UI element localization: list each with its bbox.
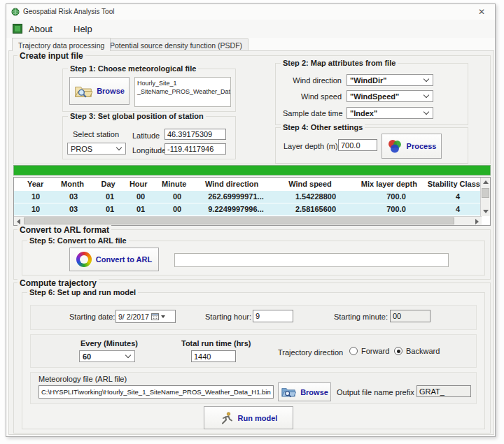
step4-title: Step 4: Other settings <box>281 123 365 131</box>
step1-title: Step 1: Choose meteorological file <box>68 64 198 73</box>
table-horizontal-scrollbar[interactable] <box>14 216 482 225</box>
met-file-display[interactable]: Hourly_Site_1 _SiteName_PROS_Weather_Dat… <box>134 77 231 107</box>
station-select[interactable]: PROS <box>67 143 126 155</box>
folder-search-icon <box>74 84 92 99</box>
latitude-label: Latitude <box>132 131 160 140</box>
tab-psdf[interactable]: Potential source density function (PSDF) <box>104 38 248 51</box>
scroll-down-icon[interactable] <box>483 210 489 213</box>
process-icon <box>387 138 402 154</box>
wind-speed-label: Wind speed <box>283 92 342 101</box>
progress-fill <box>14 166 490 175</box>
color-ring-icon <box>76 252 92 267</box>
scroll-up-icon[interactable] <box>483 180 489 184</box>
starting-date-value: 9/ 2/2017 <box>118 313 149 321</box>
convert-to-arl-button[interactable]: Convert to ARL <box>69 248 159 271</box>
backward-label: Backward <box>406 347 440 355</box>
step6-title: Step 6: Set up and run model <box>27 288 138 296</box>
menu-about[interactable]: About <box>26 22 55 36</box>
dropdown-arrow-icon <box>161 315 165 318</box>
starting-hour-field[interactable] <box>253 310 293 322</box>
radio-selected-icon <box>394 347 402 355</box>
col-stability-class: Stability Class <box>428 178 480 191</box>
folder-search-icon <box>281 386 296 398</box>
step3-title: Step 3: Set global position of station <box>68 112 206 120</box>
col-wind-speed: Wind speed <box>270 178 351 191</box>
starting-date-picker[interactable]: 9/ 2/2017 <box>115 310 176 323</box>
vscroll-thumb[interactable] <box>482 188 489 198</box>
runner-icon <box>220 411 234 425</box>
app-window: Geospatial Risk Analysis Tool ✕ About He… <box>6 3 496 437</box>
tab-trajectory-data-processing[interactable]: Trajectory data processing <box>12 38 111 51</box>
starting-minute-field[interactable] <box>390 310 430 322</box>
radio-icon <box>349 347 358 355</box>
create-input-file-title: Create input file <box>18 51 85 61</box>
chevron-down-icon <box>125 352 131 358</box>
met-file-line1: Hourly_Site_1 <box>137 79 228 87</box>
app-icon <box>11 8 20 16</box>
table-header-row: Year Month Day Hour Minute Wind directio… <box>14 178 480 191</box>
menu-help[interactable]: Help <box>71 22 95 36</box>
output-prefix-field[interactable] <box>416 385 471 397</box>
starting-date-label: Starting date: <box>69 313 115 321</box>
wind-direction-label: Wind direction <box>283 76 342 85</box>
wind-direction-select[interactable]: "WindDir" <box>346 74 433 86</box>
met-arl-file-field[interactable] <box>38 385 274 399</box>
every-minutes-select[interactable]: 60 <box>79 350 135 362</box>
browse-label: Browse <box>97 87 125 95</box>
met-arl-file-label: Meteorology file (ARL file) <box>38 375 127 383</box>
browse-arl-button[interactable]: Browse <box>278 382 331 401</box>
run-model-button[interactable]: Run model <box>204 406 293 429</box>
tab-strip: Trajectory data processing Potential sou… <box>6 38 495 51</box>
starting-hour-label: Starting hour: <box>205 313 251 321</box>
forward-radio[interactable]: Forward <box>349 347 389 355</box>
longitude-label: Longitude <box>132 146 166 155</box>
trajectory-direction-label: Trajectory direction <box>278 348 343 357</box>
backward-radio[interactable]: Backward <box>394 347 440 355</box>
table-row[interactable]: 10 03 01 01 00 9.2249997996... 2.5816560… <box>14 203 480 216</box>
col-year: Year <box>20 178 51 191</box>
wind-speed-select[interactable]: "WindSpeed" <box>346 90 433 102</box>
step5-title: Step 5: Convert to ARL file <box>27 236 129 245</box>
forward-label: Forward <box>361 347 389 355</box>
starting-minute-label: Starting minute: <box>334 313 388 321</box>
process-label: Process <box>407 142 437 150</box>
total-run-time-field[interactable] <box>191 350 236 362</box>
layer-depth-label: Layer depth (m) <box>284 142 338 150</box>
chevron-down-icon <box>116 145 122 150</box>
chevron-down-icon <box>424 109 429 115</box>
col-day: Day <box>94 178 122 191</box>
window-title: Geospatial Risk Analysis Tool <box>23 8 114 15</box>
screen: Geospatial Risk Analysis Tool ✕ About He… <box>0 0 504 444</box>
input-file-progressbar <box>13 165 491 176</box>
table-row[interactable]: 10 03 01 00 00 262.69999971... 1.5422880… <box>14 191 480 203</box>
run-model-label: Run model <box>238 414 278 422</box>
process-button[interactable]: Process <box>382 134 442 159</box>
chevron-down-icon <box>424 76 429 82</box>
hscroll-thumb[interactable] <box>24 217 454 224</box>
latitude-field[interactable] <box>164 129 226 140</box>
table-vertical-scrollbar[interactable] <box>480 178 490 216</box>
chevron-down-icon <box>424 92 429 98</box>
sample-date-time-label: Sample date time <box>283 109 342 117</box>
menu-bar: About Help <box>6 20 495 38</box>
scroll-right-icon[interactable] <box>475 219 479 224</box>
col-hour: Hour <box>122 178 154 191</box>
step2-title: Step 2: Map attributes from file <box>281 59 398 67</box>
arl-progressbar <box>174 253 449 267</box>
met-file-line2: _SiteName_PROS_Weather_Data.csv <box>137 87 228 96</box>
close-icon[interactable]: ✕ <box>471 6 492 18</box>
browse-arl-label: Browse <box>300 388 328 396</box>
scroll-left-icon[interactable] <box>17 219 20 224</box>
longitude-field[interactable] <box>164 143 226 155</box>
every-minutes-label: Every (Minutes) <box>80 339 138 348</box>
sample-date-time-select[interactable]: "Index" <box>346 107 433 119</box>
select-station-label: Select station <box>73 130 119 138</box>
calendar-icon <box>151 313 159 320</box>
layer-depth-field[interactable] <box>338 139 377 151</box>
compute-trajectory-title: Compute trajectory <box>18 278 99 288</box>
weather-data-table[interactable]: Year Month Day Hour Minute Wind directio… <box>13 177 491 226</box>
convert-arl-title: Convert to ARL format <box>18 225 111 235</box>
menu-app-icon <box>13 24 22 34</box>
browse-met-file-button[interactable]: Browse <box>69 77 130 105</box>
col-minute: Minute <box>154 178 194 191</box>
